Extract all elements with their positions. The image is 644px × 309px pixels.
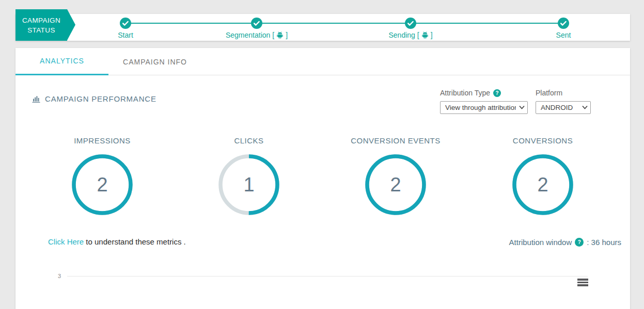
android-icon bbox=[277, 31, 283, 39]
platform-label: Platform bbox=[536, 89, 562, 97]
campaign-status-label: CAMPAIGN STATUS bbox=[15, 9, 67, 41]
attribution-type-select[interactable]: View through attribution bbox=[440, 101, 528, 114]
help-icon[interactable]: ? bbox=[493, 89, 501, 97]
metric-value: 2 bbox=[71, 154, 133, 216]
bracket-open: [ bbox=[272, 31, 274, 39]
bracket-close: ] bbox=[431, 31, 433, 39]
platform-control: Platform ANDROID bbox=[536, 89, 591, 114]
step-start-label: Start bbox=[118, 31, 133, 39]
metric-impressions: IMPRESSIONS 2 bbox=[40, 136, 164, 216]
metric-value: 2 bbox=[365, 154, 427, 216]
chart-gridline bbox=[67, 276, 588, 277]
bracket-close: ] bbox=[286, 31, 288, 39]
metric-label: CONVERSIONS bbox=[481, 136, 605, 145]
campaign-status-label-line1: CAMPAIGN bbox=[22, 15, 60, 25]
campaign-performance-header: CAMPAIGN PERFORMANCE bbox=[32, 94, 156, 103]
chart-y-tick: 3 bbox=[49, 273, 61, 279]
step-sending: Sending [ ] bbox=[354, 18, 467, 39]
attribution-window-value: : 36 hours bbox=[587, 238, 621, 247]
metrics-note: Click Here to understand these metrics . bbox=[48, 237, 186, 246]
attribution-type-control: Attribution Type ? View through attribut… bbox=[440, 89, 528, 114]
attribution-type-label: Attribution Type bbox=[440, 89, 490, 97]
attribution-window: Attribution window ? : 36 hours bbox=[509, 238, 621, 247]
stepper-connector-line bbox=[125, 23, 563, 24]
campaign-status-bar: CAMPAIGN STATUS Start Segmentation [ bbox=[15, 14, 630, 41]
check-icon bbox=[251, 18, 262, 29]
metric-conversion-events: CONVERSION EVENTS 2 bbox=[334, 136, 458, 216]
metric-ring: 2 bbox=[365, 154, 427, 216]
tab-bar: ANALYTICS CAMPAIGN INFO bbox=[15, 48, 630, 75]
analytics-panel: ANALYTICS CAMPAIGN INFO CAMPAIGN PERFORM… bbox=[15, 48, 630, 309]
campaign-status-label-line2: STATUS bbox=[27, 25, 55, 35]
check-icon bbox=[405, 18, 416, 29]
metric-value: 2 bbox=[512, 154, 574, 216]
metric-label: CLICKS bbox=[187, 136, 311, 145]
tab-analytics-label: ANALYTICS bbox=[40, 57, 84, 65]
metric-clicks: CLICKS 1 bbox=[187, 136, 311, 216]
metric-value: 1 bbox=[218, 154, 280, 216]
page-title: CAMPAIGN PERFORMANCE bbox=[45, 94, 156, 103]
metric-ring: 2 bbox=[512, 154, 574, 216]
step-sent-label: Sent bbox=[556, 31, 571, 39]
chart-menu-icon[interactable] bbox=[577, 279, 588, 287]
step-segmentation: Segmentation [ ] bbox=[200, 18, 313, 39]
android-icon bbox=[422, 31, 428, 39]
tab-analytics[interactable]: ANALYTICS bbox=[15, 48, 108, 75]
bar-chart-icon bbox=[32, 95, 41, 103]
metric-ring: 2 bbox=[71, 154, 133, 216]
metric-conversions: CONVERSIONS 2 bbox=[481, 136, 605, 216]
metric-label: IMPRESSIONS bbox=[40, 136, 164, 145]
attribution-window-label: Attribution window bbox=[509, 238, 572, 247]
bracket-open: [ bbox=[417, 31, 419, 39]
tab-campaign-info-label: CAMPAIGN INFO bbox=[123, 58, 187, 66]
platform-select[interactable]: ANDROID bbox=[536, 101, 591, 114]
step-segmentation-label: Segmentation bbox=[226, 31, 270, 39]
check-icon bbox=[120, 18, 131, 29]
help-icon[interactable]: ? bbox=[575, 238, 584, 247]
click-here-link[interactable]: Click Here bbox=[48, 237, 84, 246]
step-start: Start bbox=[69, 18, 182, 39]
metric-ring: 1 bbox=[218, 154, 280, 216]
check-icon bbox=[558, 18, 569, 29]
metric-label: CONVERSION EVENTS bbox=[334, 136, 458, 145]
metrics-note-text: to understand these metrics . bbox=[84, 237, 186, 246]
tab-campaign-info[interactable]: CAMPAIGN INFO bbox=[108, 48, 201, 75]
step-sending-label: Sending bbox=[388, 31, 415, 39]
step-sent: Sent bbox=[507, 18, 620, 39]
